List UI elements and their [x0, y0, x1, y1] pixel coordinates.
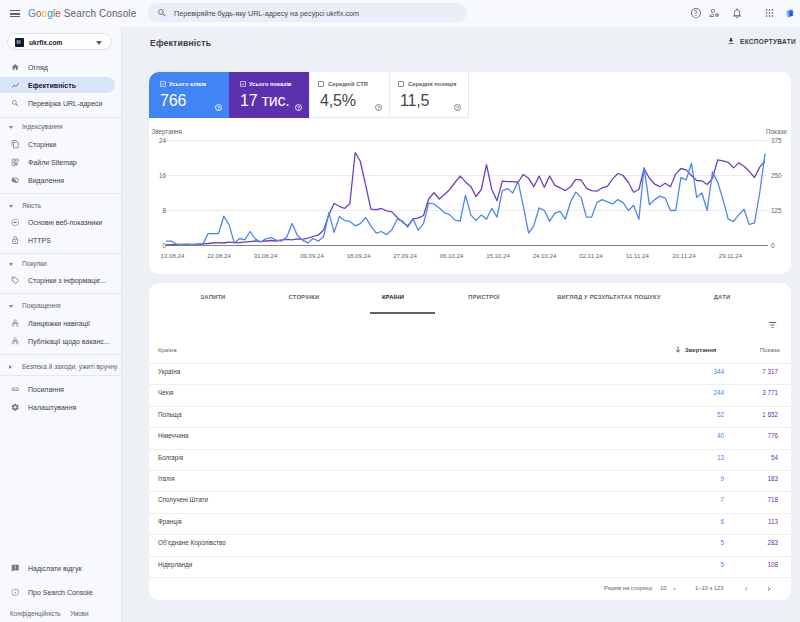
- svg-text:22.08.24: 22.08.24: [207, 252, 231, 259]
- svg-text:06.10.24: 06.10.24: [440, 252, 464, 259]
- svg-text:27.09.24: 27.09.24: [393, 252, 417, 259]
- svg-text:24: 24: [159, 137, 167, 144]
- svg-text:Покази: Покази: [766, 128, 787, 135]
- svg-text:02.11.24: 02.11.24: [579, 252, 603, 259]
- svg-text:24.10.24: 24.10.24: [533, 252, 557, 259]
- svg-text:8: 8: [162, 207, 166, 214]
- svg-text:0: 0: [771, 242, 775, 249]
- svg-text:250: 250: [771, 172, 782, 179]
- svg-text:13.08.24: 13.08.24: [161, 252, 185, 259]
- svg-text:29.11.24: 29.11.24: [719, 252, 743, 259]
- svg-text:20.11.24: 20.11.24: [672, 252, 696, 259]
- svg-text:15.10.24: 15.10.24: [486, 252, 510, 259]
- svg-text:375: 375: [771, 137, 782, 144]
- svg-text:11.11.24: 11.11.24: [626, 252, 649, 259]
- svg-text:Звертання: Звертання: [151, 128, 182, 136]
- svg-text:125: 125: [771, 207, 782, 214]
- svg-text:31.08.24: 31.08.24: [254, 252, 278, 259]
- svg-text:16: 16: [159, 172, 167, 179]
- svg-text:18.09.24: 18.09.24: [347, 252, 371, 259]
- svg-text:09.09.24: 09.09.24: [300, 252, 324, 259]
- svg-text:0: 0: [162, 242, 166, 249]
